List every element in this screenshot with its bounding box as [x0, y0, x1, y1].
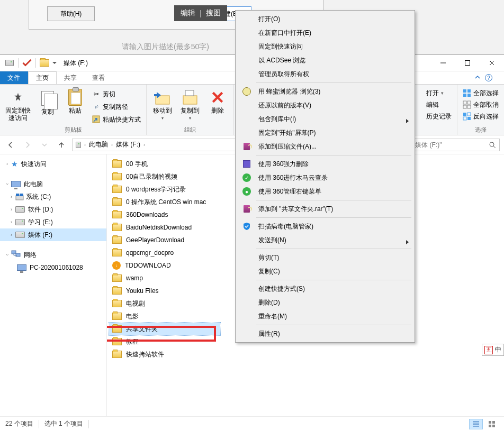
- paste-shortcut-button[interactable]: 粘贴快捷方式: [90, 114, 143, 125]
- paste-button[interactable]: 粘贴: [62, 87, 88, 116]
- cm-include-library[interactable]: 包含到库中(I): [237, 112, 413, 126]
- cm-open[interactable]: 打开(O): [237, 12, 413, 26]
- help-icon[interactable]: ?: [485, 74, 492, 81]
- tab-home[interactable]: 主页: [28, 71, 57, 84]
- qat-dropdown[interactable]: [51, 62, 58, 64]
- expander-icon[interactable]: ›: [11, 219, 12, 225]
- cut-button[interactable]: ✂ 剪切: [90, 88, 143, 100]
- breadcrumb-pc[interactable]: 此电脑: [86, 139, 111, 151]
- large-icons-view-button[interactable]: [485, 419, 499, 429]
- edit-tool[interactable]: 编辑: [181, 8, 195, 18]
- ribbon-collapse-icon[interactable]: [474, 74, 481, 81]
- folder-item[interactable]: 快速拷站软件: [109, 348, 220, 361]
- expander-icon[interactable]: ›: [11, 194, 12, 199]
- cm-add-to-archive[interactable]: 添加到压缩文件(A)...: [237, 140, 413, 153]
- copy-button[interactable]: 复制: [35, 88, 60, 117]
- copy-label: 复制: [41, 108, 54, 116]
- folder-item[interactable]: qqpcmgr_docpro: [109, 246, 220, 259]
- search-icon[interactable]: [488, 141, 497, 149]
- cm-pin-start[interactable]: 固定到"开始"屏幕(P): [237, 126, 413, 140]
- pin-quick-access-button[interactable]: 固定到快速访问: [3, 87, 33, 123]
- tree-quick-access[interactable]: › ★ 快速访问: [0, 158, 106, 170]
- search-image-tool[interactable]: 搜图: [206, 8, 221, 18]
- cm-create-shortcut[interactable]: 创建快捷方式(S): [237, 282, 413, 296]
- cm-360-trojan-scan[interactable]: ✓ 使用 360进行木马云查杀: [237, 171, 413, 185]
- cm-restore-previous[interactable]: 还原以前的版本(V): [237, 98, 413, 112]
- recent-button[interactable]: [38, 139, 51, 151]
- folder-item[interactable]: 0 操作系统 CentOS win mac: [109, 196, 220, 208]
- maximize-button[interactable]: [455, 55, 480, 71]
- tree-this-pc[interactable]: › 此电脑: [0, 178, 106, 190]
- folder-item[interactable]: ↓TDDOWNLOAD: [109, 259, 220, 272]
- navigation-tree[interactable]: › ★ 快速访问 › 此电脑 › 系统 (C:) › 软件 (D:): [0, 154, 107, 416]
- edit-button[interactable]: 编辑: [424, 99, 441, 111]
- history-button[interactable]: 历史记录: [424, 111, 454, 122]
- expander-icon[interactable]: ›: [11, 232, 12, 237]
- folder-item[interactable]: wamp: [109, 272, 220, 285]
- expander-icon[interactable]: ›: [5, 254, 10, 256]
- forward-button[interactable]: [21, 139, 34, 151]
- folder-item[interactable]: BaiduNetdiskDownload: [109, 221, 220, 234]
- tab-view[interactable]: 查看: [85, 71, 113, 84]
- copy-path-button[interactable]: ⩫ 复制路径: [90, 101, 143, 113]
- folder-item[interactable]: 00自己录制的视频: [109, 170, 220, 183]
- cm-pin-quick-access[interactable]: 固定到快速访问: [237, 40, 413, 53]
- close-button[interactable]: [480, 55, 504, 71]
- cm-properties[interactable]: 属性(R): [237, 327, 413, 341]
- ime-text: 中: [495, 345, 501, 354]
- ime-indicator[interactable]: 五 中: [482, 344, 504, 356]
- cm-cut[interactable]: 剪切(T): [237, 251, 413, 264]
- open-button[interactable]: 打开 ▾: [424, 87, 446, 99]
- tree-drive-f[interactable]: › 媒体 (F:): [0, 228, 106, 241]
- up-button[interactable]: [55, 139, 68, 151]
- cm-add-to-named-rar[interactable]: 添加到 "共享文件夹.rar"(T): [237, 202, 413, 216]
- folder-item[interactable]: 教程: [109, 335, 220, 348]
- cm-delete[interactable]: 删除(D): [237, 296, 413, 309]
- cm-360-delete[interactable]: 使用 360强力删除: [237, 157, 413, 171]
- folder-item[interactable]: 共享文件夹: [109, 323, 220, 335]
- delete-button[interactable]: 删除: [205, 87, 230, 116]
- qat-folder-icon[interactable]: [38, 57, 51, 69]
- cm-open-new-window[interactable]: 在新窗口中打开(E): [237, 26, 413, 40]
- tree-network[interactable]: › 网络: [0, 249, 106, 261]
- cm-scan-virus[interactable]: 扫描病毒(电脑管家): [237, 219, 413, 233]
- breadcrumb-drive[interactable]: 媒体 (F:): [113, 139, 143, 151]
- cm-360-context-menu[interactable]: ● 使用 360管理右键菜单: [237, 185, 413, 198]
- folder-item[interactable]: 0 wordpress学习记录: [109, 183, 220, 196]
- expander-icon[interactable]: ›: [5, 184, 10, 185]
- expander-icon[interactable]: ›: [6, 161, 8, 167]
- tab-file[interactable]: 文件: [0, 71, 28, 84]
- context-menu[interactable]: 打开(O) 在新窗口中打开(E) 固定到快速访问 以 ACDSee 浏览 管理员…: [235, 10, 415, 343]
- folder-item[interactable]: 电视剧: [109, 297, 220, 310]
- tree-drive-e[interactable]: › 学习 (E:): [0, 216, 106, 228]
- cm-send-to[interactable]: 发送到(N): [237, 233, 413, 247]
- cm-honey-browser[interactable]: 用 蜂蜜浏览器 浏览(3): [237, 85, 413, 98]
- folder-item[interactable]: 00 手机: [109, 158, 220, 170]
- tree-drive-c[interactable]: › 系统 (C:): [0, 190, 106, 203]
- details-view-button[interactable]: [469, 419, 483, 429]
- cm-acdsee[interactable]: 以 ACDSee 浏览: [237, 53, 413, 67]
- help-button[interactable]: 帮助(H): [47, 6, 95, 21]
- folder-name: wamp: [126, 274, 143, 282]
- folder-item[interactable]: 电影: [109, 310, 220, 323]
- expander-icon[interactable]: ›: [11, 207, 12, 212]
- cm-copy[interactable]: 复制(C): [237, 264, 413, 278]
- back-button[interactable]: [4, 139, 17, 151]
- cm-admin-ownership[interactable]: 管理员取得所有权: [237, 67, 413, 81]
- select-all-button[interactable]: 全部选择: [461, 87, 501, 99]
- invert-selection-button[interactable]: 反向选择: [461, 111, 501, 122]
- select-none-button[interactable]: 全部取消: [461, 99, 501, 111]
- folder-item[interactable]: 360Downloads: [109, 208, 220, 221]
- select-none-label: 全部取消: [473, 100, 499, 109]
- qat-checkmark[interactable]: [21, 57, 33, 69]
- cm-rename[interactable]: 重命名(M): [237, 309, 413, 323]
- move-to-button[interactable]: 移动到 ▾: [150, 87, 175, 122]
- folder-item[interactable]: GeePlayerDownload: [109, 234, 220, 246]
- folder-item[interactable]: Youku Files: [109, 285, 220, 297]
- tree-network-pc[interactable]: PC-202001061028: [0, 261, 106, 274]
- tree-drive-d[interactable]: › 软件 (D:): [0, 203, 106, 216]
- svg-rect-8: [467, 94, 471, 97]
- tab-share[interactable]: 共享: [57, 71, 85, 84]
- copy-to-button[interactable]: 复制到 ▾: [177, 87, 203, 122]
- minimize-button[interactable]: [431, 55, 455, 71]
